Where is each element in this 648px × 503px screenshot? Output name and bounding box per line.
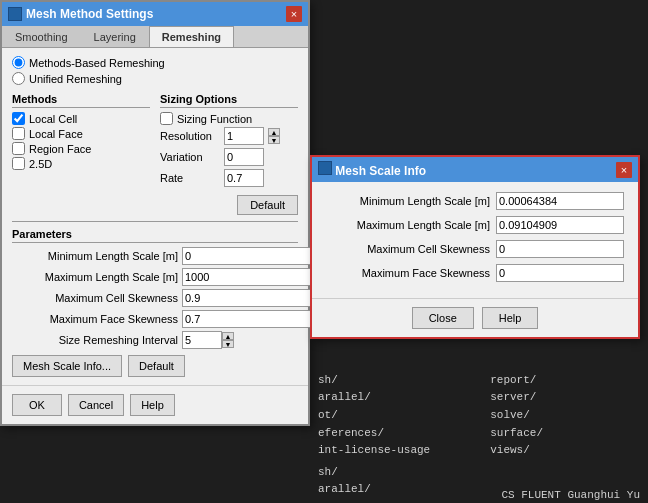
checkbox-local-cell[interactable]: Local Cell <box>12 112 150 125</box>
parameters-section: Parameters Minimum Length Scale [m] 0 Ma… <box>12 221 298 349</box>
checkbox-region-face-input[interactable] <box>12 142 25 155</box>
param-max-face-skew-input[interactable]: 0.7 <box>182 310 326 328</box>
checkbox-2-5d[interactable]: 2.5D <box>12 157 150 170</box>
radio-unified-label: Unified Remeshing <box>29 73 122 85</box>
info-help-button[interactable]: Help <box>482 307 539 329</box>
info-max-length: Maximum Length Scale [m] 0.09104909 <box>326 216 624 234</box>
info-max-length-value: 0.09104909 <box>496 216 624 234</box>
param-max-length-label: Maximum Length Scale [m] <box>12 271 182 283</box>
checkbox-local-face-label: Local Face <box>29 128 83 140</box>
dialog-content: Methods-Based Remeshing Unified Remeshin… <box>2 48 308 385</box>
rate-input[interactable]: 0.7 <box>224 169 264 187</box>
main-dialog-title: Mesh Method Settings <box>26 7 153 21</box>
checkbox-local-face-input[interactable] <box>12 127 25 140</box>
checkbox-region-face[interactable]: Region Face <box>12 142 150 155</box>
tabs-bar: Smoothing Layering Remeshing <box>2 26 308 48</box>
checkbox-local-cell-label: Local Cell <box>29 113 77 125</box>
info-max-cell-skew-label: Maximum Cell Skewness <box>326 243 496 255</box>
checkbox-region-face-label: Region Face <box>29 143 91 155</box>
sizing-column: Sizing Options Sizing Function Resolutio… <box>160 93 298 215</box>
param-max-cell-skew-input[interactable]: 0.9 <box>182 289 326 307</box>
tab-layering[interactable]: Layering <box>81 26 149 47</box>
footer-right: CS FLUENT Guanghui Yu <box>501 489 640 501</box>
default-button-main[interactable]: Default <box>128 355 185 377</box>
param-max-cell-skew: Maximum Cell Skewness 0.9 <box>12 289 298 307</box>
mesh-scale-info-button[interactable]: Mesh Scale Info... <box>12 355 122 377</box>
info-buttons: Close Help <box>312 298 638 337</box>
resolution-up[interactable]: ▲ <box>268 128 280 136</box>
info-max-face-skew-value: 0 <box>496 264 624 282</box>
param-max-length-input[interactable]: 1000 <box>182 268 326 286</box>
main-dialog-titlebar: Mesh Method Settings × <box>2 2 308 26</box>
checkbox-2-5d-label: 2.5D <box>29 158 52 170</box>
param-min-length-label: Minimum Length Scale [m] <box>12 250 182 262</box>
info-max-face-skew: Maximum Face Skewness 0 <box>326 264 624 282</box>
info-close-button[interactable]: Close <box>412 307 474 329</box>
info-dialog-icon <box>318 161 332 175</box>
param-min-length: Minimum Length Scale [m] 0 <box>12 247 298 265</box>
methods-column: Methods Local Cell Local Face Region Fac… <box>12 93 150 215</box>
size-interval-input[interactable]: 5 <box>182 331 222 349</box>
radio-methods-based[interactable]: Methods-Based Remeshing <box>12 56 298 69</box>
main-dialog-close[interactable]: × <box>286 6 302 22</box>
resolution-label: Resolution <box>160 130 220 142</box>
title-left: Mesh Method Settings <box>8 7 153 21</box>
info-min-length: Minimum Length Scale [m] 0.00064384 <box>326 192 624 210</box>
radio-methods-based-label: Methods-Based Remeshing <box>29 57 165 69</box>
dialog-icon <box>8 7 22 21</box>
size-interval-down[interactable]: ▼ <box>222 340 234 348</box>
checkbox-sizing-function[interactable]: Sizing Function <box>160 112 298 125</box>
methods-title: Methods <box>12 93 150 108</box>
rate-row: Rate 0.7 <box>160 169 298 187</box>
resolution-row: Resolution 1 ▲ ▼ <box>160 127 298 145</box>
cancel-button[interactable]: Cancel <box>68 394 124 416</box>
middle-buttons: Mesh Scale Info... Default <box>12 355 298 377</box>
tab-remeshing[interactable]: Remeshing <box>149 26 234 47</box>
info-content: Minimum Length Scale [m] 0.00064384 Maxi… <box>312 182 638 298</box>
remeshing-method-group: Methods-Based Remeshing Unified Remeshin… <box>12 56 298 85</box>
default-button-sizing[interactable]: Default <box>237 195 298 215</box>
info-max-cell-skew: Maximum Cell Skewness 0 <box>326 240 624 258</box>
radio-unified-input[interactable] <box>12 72 25 85</box>
resolution-spinner[interactable]: ▲ ▼ <box>268 128 280 144</box>
sizing-title: Sizing Options <box>160 93 298 108</box>
size-interval-spinner[interactable]: ▲ ▼ <box>222 332 234 348</box>
checkbox-sizing-function-label: Sizing Function <box>177 113 252 125</box>
checkbox-sizing-function-input[interactable] <box>160 112 173 125</box>
help-button-main[interactable]: Help <box>130 394 175 416</box>
size-interval-row: Size Remeshing Interval 5 ▲ ▼ <box>12 331 298 349</box>
radio-methods-based-input[interactable] <box>12 56 25 69</box>
bottom-buttons: OK Cancel Help <box>2 385 308 424</box>
main-dialog: Mesh Method Settings × Smoothing Layerin… <box>0 0 310 426</box>
info-max-cell-skew-value: 0 <box>496 240 624 258</box>
ok-button[interactable]: OK <box>12 394 62 416</box>
param-max-face-skew-label: Maximum Face Skewness <box>12 313 182 325</box>
resolution-input[interactable]: 1 <box>224 127 264 145</box>
info-max-length-label: Maximum Length Scale [m] <box>326 219 496 231</box>
radio-unified[interactable]: Unified Remeshing <box>12 72 298 85</box>
terminal-bottom: sh/ arallel/ ot/ eferences/ int-license-… <box>310 368 648 503</box>
resolution-down[interactable]: ▼ <box>268 136 280 144</box>
param-min-length-input[interactable]: 0 <box>182 247 326 265</box>
info-min-length-label: Minimum Length Scale [m] <box>326 195 496 207</box>
checkbox-local-face[interactable]: Local Face <box>12 127 150 140</box>
variation-input[interactable]: 0 <box>224 148 264 166</box>
size-interval-label: Size Remeshing Interval <box>12 334 182 346</box>
info-min-length-value: 0.00064384 <box>496 192 624 210</box>
info-dialog-title: Mesh Scale Info <box>335 164 426 178</box>
variation-label: Variation <box>160 151 220 163</box>
info-max-face-skew-label: Maximum Face Skewness <box>326 267 496 279</box>
param-max-cell-skew-label: Maximum Cell Skewness <box>12 292 182 304</box>
size-interval-up[interactable]: ▲ <box>222 332 234 340</box>
tab-smoothing[interactable]: Smoothing <box>2 26 81 47</box>
info-dialog-close[interactable]: × <box>616 162 632 178</box>
info-dialog: Mesh Scale Info × Minimum Length Scale [… <box>310 155 640 339</box>
param-max-face-skew: Maximum Face Skewness 0.7 <box>12 310 298 328</box>
param-max-length: Maximum Length Scale [m] 1000 <box>12 268 298 286</box>
two-col-section: Methods Local Cell Local Face Region Fac… <box>12 93 298 215</box>
checkbox-local-cell-input[interactable] <box>12 112 25 125</box>
parameters-title: Parameters <box>12 228 298 243</box>
checkbox-2-5d-input[interactable] <box>12 157 25 170</box>
variation-row: Variation 0 <box>160 148 298 166</box>
rate-label: Rate <box>160 172 220 184</box>
